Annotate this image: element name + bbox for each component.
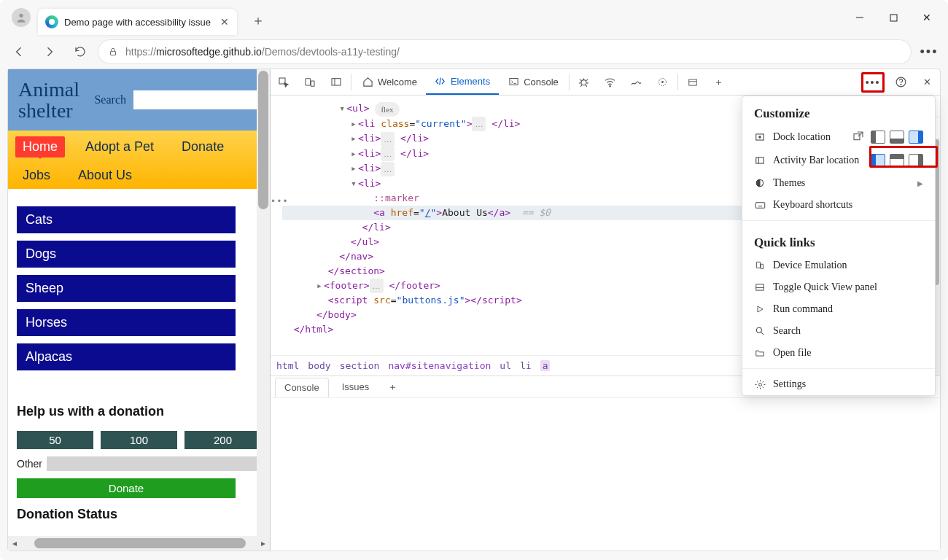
tab-console[interactable]: Console — [499, 69, 567, 95]
folder-icon — [754, 347, 766, 359]
search-row[interactable]: Search — [742, 320, 935, 342]
drawer-add-tab[interactable]: ＋ — [382, 381, 403, 394]
svg-rect-20 — [854, 134, 860, 140]
drawer-tab-issues[interactable]: Issues — [333, 378, 378, 396]
svg-rect-7 — [332, 78, 341, 85]
animal-list: Cats Dogs Sheep Horses Alpacas — [8, 189, 270, 395]
page-vertical-scrollbar[interactable] — [257, 69, 270, 536]
back-button[interactable] — [6, 39, 32, 65]
list-item[interactable]: Alpacas — [17, 343, 236, 370]
new-tab-button[interactable]: ＋ — [246, 8, 271, 33]
nav-jobs[interactable]: Jobs — [15, 165, 58, 186]
activity-bar-row[interactable]: Activity Bar location — [742, 149, 935, 172]
svg-point-34 — [756, 327, 761, 332]
scroll-right-arrow-icon[interactable]: ▸ — [257, 538, 270, 548]
toggle-quickview-row[interactable]: Toggle Quick View panel — [742, 276, 935, 298]
tab-welcome[interactable]: Welcome — [353, 69, 426, 95]
list-item[interactable]: Cats — [17, 206, 236, 233]
wifi-icon[interactable] — [597, 69, 623, 95]
list-item[interactable]: Sheep — [17, 275, 236, 302]
svg-rect-9 — [510, 79, 518, 85]
maximize-button[interactable] — [877, 3, 910, 32]
other-amount-input[interactable] — [47, 456, 261, 471]
main-nav: Home Adopt a Pet Donate Jobs About Us — [8, 131, 270, 189]
close-window-button[interactable]: ✕ — [910, 3, 944, 32]
open-file-row[interactable]: Open file — [742, 342, 935, 364]
reload-button[interactable] — [67, 39, 93, 65]
dock-right-button[interactable] — [909, 131, 923, 144]
device-emulation-row[interactable]: Device Emulation — [742, 254, 935, 276]
dock-left-button[interactable] — [871, 131, 885, 144]
svg-rect-5 — [306, 78, 311, 85]
performance-icon[interactable] — [623, 69, 650, 95]
scroll-left-arrow-icon[interactable]: ◂ — [8, 538, 21, 548]
customize-menu: Customize Dock location Activity Bar loc… — [742, 96, 936, 396]
shortcuts-row[interactable]: Keyboard shortcuts — [742, 194, 935, 216]
devtools-close-button[interactable]: ✕ — [914, 77, 940, 88]
edge-icon — [45, 15, 58, 28]
amount-100[interactable]: 100 — [101, 431, 177, 449]
nav-donate[interactable]: Donate — [174, 136, 231, 158]
console-icon — [508, 77, 519, 88]
forward-button[interactable] — [36, 39, 63, 65]
quick-links-heading: Quick links — [742, 225, 935, 254]
cpu-icon[interactable] — [650, 69, 676, 95]
svg-rect-14 — [689, 79, 697, 85]
run-command-row[interactable]: Run command — [742, 298, 935, 320]
themes-row[interactable]: Themes ▶ — [742, 172, 935, 194]
svg-rect-30 — [756, 262, 760, 268]
profile-avatar[interactable] — [12, 8, 31, 27]
dock-toggle-icon[interactable] — [323, 69, 349, 95]
list-item[interactable]: Horses — [17, 309, 236, 336]
browser-more-button[interactable]: ••• — [916, 39, 942, 65]
content-area: Animal shelter Search Home Adopt a Pet D… — [7, 69, 941, 551]
amount-50[interactable]: 50 — [17, 431, 93, 449]
svg-point-10 — [581, 80, 586, 85]
browser-tab[interactable]: Demo page with accessibility issue ✕ — [38, 9, 237, 35]
device-toggle-icon[interactable] — [297, 69, 323, 95]
dock-bottom-button[interactable] — [890, 131, 904, 144]
keyboard-icon — [754, 199, 766, 211]
svg-point-13 — [661, 81, 664, 83]
url-text: https://microsoftedge.github.io/Demos/de… — [125, 46, 400, 58]
tab-elements[interactable]: Elements — [426, 69, 499, 95]
devtools-drawer: Console Issues ＋ — [271, 376, 940, 551]
home-icon — [362, 77, 373, 88]
amount-200[interactable]: 200 — [184, 431, 261, 449]
svg-rect-3 — [111, 51, 116, 55]
gutter-more-icon[interactable]: ••• — [271, 196, 288, 206]
dock-popout-icon[interactable] — [852, 131, 866, 144]
svg-point-36 — [758, 383, 761, 386]
nav-about[interactable]: About Us — [71, 165, 139, 186]
help-icon[interactable] — [887, 76, 914, 88]
other-label: Other — [17, 458, 42, 470]
inspect-element-icon[interactable] — [271, 69, 297, 95]
panel-icon[interactable] — [680, 69, 706, 95]
svg-rect-21 — [756, 158, 764, 163]
nav-adopt[interactable]: Adopt a Pet — [78, 136, 161, 158]
nav-home[interactable]: Home — [15, 136, 65, 158]
svg-rect-31 — [761, 264, 764, 268]
dock-icon — [754, 131, 766, 143]
svg-point-0 — [19, 14, 23, 18]
minimize-button[interactable] — [843, 3, 877, 32]
svg-point-17 — [900, 84, 901, 85]
add-tab-button[interactable]: ＋ — [706, 69, 732, 95]
close-icon[interactable]: ✕ — [218, 15, 231, 28]
settings-row[interactable]: Settings — [742, 373, 935, 395]
panel-split-icon — [754, 281, 766, 293]
page-horizontal-scrollbar[interactable]: ◂ ▸ — [8, 536, 270, 551]
bug-icon[interactable] — [571, 69, 597, 95]
donate-button[interactable]: Donate — [17, 478, 236, 498]
device-icon — [754, 260, 766, 271]
address-bar[interactable]: https://microsoftedge.github.io/Demos/de… — [98, 39, 912, 64]
svg-rect-32 — [756, 284, 764, 290]
list-item[interactable]: Dogs — [17, 241, 236, 268]
svg-rect-2 — [890, 15, 897, 21]
search-input[interactable] — [133, 90, 260, 109]
page-header: Animal shelter Search — [8, 69, 270, 131]
lock-icon — [108, 47, 118, 57]
drawer-tab-console[interactable]: Console — [275, 378, 329, 397]
gear-icon — [754, 378, 766, 390]
devtools-more-button[interactable]: ••• — [861, 72, 885, 93]
